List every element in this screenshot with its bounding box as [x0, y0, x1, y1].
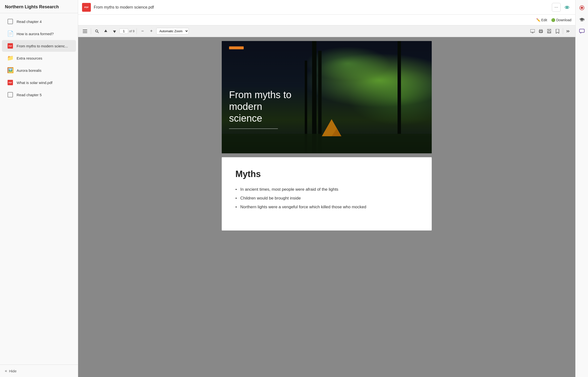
pdf-toolbar: 1 of 9 − + Automatic ZoomActual SizePage… [78, 25, 575, 37]
save-icon [547, 29, 551, 34]
topbar-actions: ··· [552, 3, 571, 12]
sidebar-footer: « Hide [0, 365, 78, 377]
search-button[interactable] [93, 27, 101, 35]
myths-bullet-item: In ancient times, most people were afrai… [235, 187, 418, 192]
presentation-icon [530, 29, 535, 33]
svg-point-25 [581, 7, 583, 9]
toolbar-separator-3 [563, 28, 563, 34]
myths-bullet-item: Children would be brought inside [235, 196, 418, 201]
more-tools-button[interactable] [564, 27, 572, 35]
presentation-button[interactable] [529, 27, 537, 35]
svg-rect-21 [222, 134, 432, 153]
toggle-sidebar-button[interactable] [81, 27, 89, 35]
zoom-select[interactable]: Automatic ZoomActual SizePage FitPage Wi… [156, 28, 189, 35]
comment-icon [579, 29, 585, 34]
svg-rect-4 [83, 33, 87, 33]
more-options-button[interactable]: ··· [552, 3, 561, 12]
chevron-left-icon: « [5, 369, 7, 373]
search-icon [95, 29, 99, 33]
sidebar-header: Northern Lights Research [0, 0, 78, 13]
svg-rect-2 [83, 30, 87, 30]
sidebar-items: Read chapter 4📄How is aurora formed?PDFF… [0, 13, 78, 365]
slide-underline [229, 129, 278, 129]
sidebar-item-read-chapter-4[interactable]: Read chapter 4 [2, 16, 76, 27]
file-icon: 📄 [7, 31, 14, 37]
sidebar-item-extra-resources[interactable]: 📁Extra resources [2, 52, 76, 64]
save-button[interactable] [545, 27, 553, 35]
sidebar-item-aurora-borealis[interactable]: 🖼️Aurora borealis [2, 64, 76, 76]
edit-icon: ✏️ [536, 18, 540, 22]
bookmark-icon [556, 29, 559, 34]
print-button[interactable] [537, 27, 545, 35]
sidebar-title: Northern Lights Research [5, 4, 73, 10]
main-content: PDF From myths to modern science.pdf ···… [78, 0, 575, 377]
eye-icon [564, 4, 570, 10]
sidebar-item-label: Aurora borealis [17, 68, 42, 72]
hide-label: Hide [9, 369, 17, 373]
zoom-out-button[interactable]: − [139, 27, 147, 35]
pdf-icon: PDF [8, 43, 13, 48]
myths-bullet-list: In ancient times, most people were afrai… [235, 187, 418, 210]
svg-rect-9 [530, 29, 535, 32]
down-arrow-icon [113, 30, 116, 33]
download-icon: 🟢 [551, 18, 555, 22]
toolbar-right-icons [529, 27, 572, 35]
folder-icon: 📁 [7, 55, 14, 61]
graduation-icon [579, 17, 585, 22]
actionbar: ✏️ Edit 🟢 Download [78, 15, 575, 25]
record-icon [579, 5, 585, 11]
graduate-button[interactable] [577, 15, 587, 24]
up-arrow-icon [104, 30, 107, 33]
sidebar-item-read-chapter-5[interactable]: Read chapter 5 [2, 89, 76, 101]
sidebar-item-label: Extra resources [17, 56, 42, 60]
checkbox-icon [8, 92, 13, 97]
myths-heading: Myths [235, 169, 418, 179]
orange-accent-bar [229, 47, 244, 49]
sidebar-item-label: Read chapter 4 [17, 20, 42, 24]
view-toggle-button[interactable] [563, 3, 571, 12]
myths-bullet-item: Northern lights were a vengeful force wh… [235, 205, 418, 210]
zoom-in-button[interactable]: + [147, 27, 155, 35]
document-title: From myths to modern science.pdf [94, 5, 549, 10]
edit-label: Edit [541, 18, 547, 22]
svg-rect-16 [548, 31, 550, 33]
pdf-slide-1: From myths to modern science [222, 41, 432, 153]
page-number-input[interactable]: 1 [119, 29, 128, 34]
image-icon: 🖼️ [7, 67, 14, 73]
hide-button[interactable]: « Hide [5, 369, 17, 373]
sidebar-item-label: How is aurora formed? [17, 32, 54, 36]
checkbox-icon [8, 19, 13, 24]
page-total: of 9 [129, 29, 135, 33]
bookmark-button[interactable] [553, 27, 561, 35]
sidebar: Northern Lights Research Read chapter 4📄… [0, 0, 78, 377]
prev-page-button[interactable] [102, 27, 110, 35]
edit-link[interactable]: ✏️ Edit [536, 18, 547, 22]
record-button[interactable] [577, 3, 587, 13]
pdf-page-2: Myths In ancient times, most people were… [222, 157, 432, 231]
slide-title: From myths to modern science [229, 89, 292, 124]
sidebar-item-label: What is solar wind.pdf [17, 81, 52, 85]
sidebar-item-from-myths[interactable]: PDFFrom myths to modern scienc... [2, 40, 76, 52]
topbar: PDF From myths to modern science.pdf ··· [78, 0, 575, 15]
pdf-content-area[interactable]: From myths to modern science Myths In an… [78, 37, 575, 377]
sidebar-item-solar-wind[interactable]: PDFWhat is solar wind.pdf [2, 77, 76, 88]
next-page-button[interactable] [111, 27, 118, 35]
download-label: Download [556, 18, 571, 22]
svg-point-1 [566, 7, 568, 8]
sidebar-item-how-aurora-formed[interactable]: 📄How is aurora formed? [2, 28, 76, 40]
pdf-file-icon: PDF [82, 3, 91, 12]
svg-point-5 [95, 30, 98, 32]
pdf-icon: PDF [8, 80, 13, 85]
slide-text-block: From myths to modern science [229, 89, 292, 129]
comment-button[interactable] [577, 26, 587, 36]
svg-marker-29 [580, 33, 582, 34]
double-chevron-icon [566, 30, 570, 33]
print-icon [539, 29, 543, 33]
svg-line-6 [97, 32, 99, 33]
toolbar-separator-2 [137, 28, 137, 34]
sidebar-item-label: Read chapter 5 [17, 93, 42, 97]
svg-rect-3 [83, 31, 87, 32]
svg-marker-8 [113, 31, 116, 33]
download-link[interactable]: 🟢 Download [551, 18, 571, 22]
toolbar-separator-1 [91, 28, 91, 34]
